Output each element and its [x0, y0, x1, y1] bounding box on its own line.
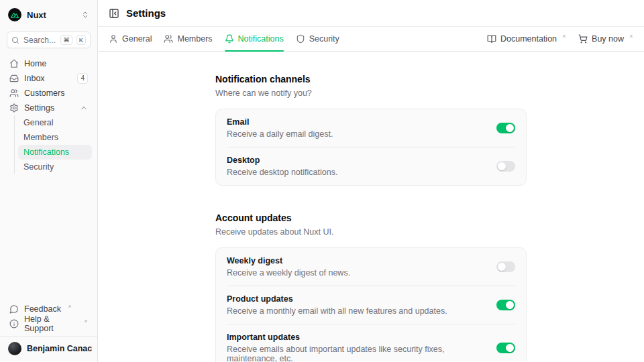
tab-members[interactable]: Members: [164, 27, 212, 51]
section-notification-channels: Notification channels Where can we notif…: [215, 74, 527, 186]
user-name: Benjamin Canac: [27, 344, 92, 353]
setting-row-desktop: Desktop Receive desktop notifications.: [227, 147, 515, 185]
cart-icon: [578, 34, 588, 44]
settings-tabs: General Members Notifications Security: [109, 27, 339, 51]
sidebar-item-label: General: [23, 118, 53, 127]
settings-content: Notification channels Where can we notif…: [98, 52, 644, 362]
setting-label: Weekly digest: [227, 256, 480, 265]
sidebar-spacer: [5, 174, 92, 302]
product-updates-toggle[interactable]: [496, 300, 515, 310]
setting-description: Receive emails about important updates l…: [227, 345, 480, 362]
sidebar-item-settings[interactable]: Settings: [5, 101, 92, 115]
user-menu[interactable]: Benjamin Canac: [5, 337, 92, 357]
sidebar-item-home[interactable]: Home: [5, 56, 92, 71]
settings-card: Weekly digest Receive a weekly digest of…: [215, 247, 527, 362]
tab-label: General: [122, 34, 152, 44]
setting-label: Email: [227, 117, 480, 127]
setting-text: Product updates Receive a monthly email …: [227, 294, 480, 316]
sidebar-item-label: Inbox: [24, 74, 45, 83]
sidebar-item-label: Members: [23, 133, 58, 142]
setting-row-weekly-digest: Weekly digest Receive a weekly digest of…: [227, 248, 515, 286]
sidebar-item-notifications[interactable]: Notifications: [18, 145, 92, 160]
section-subtitle: Receive updates about Nuxt UI.: [215, 227, 527, 237]
documentation-button[interactable]: Documentation: [487, 34, 566, 44]
section-subtitle: Where can we notify you?: [215, 88, 527, 98]
tab-security[interactable]: Security: [296, 27, 339, 51]
setting-description: Receive a daily email digest.: [227, 129, 480, 139]
setting-description: Receive a monthly email with all new fea…: [227, 306, 480, 316]
search-placeholder: Search...: [23, 36, 56, 45]
users-icon: [9, 88, 19, 98]
section-account-updates: Account updates Receive updates about Nu…: [215, 213, 527, 362]
external-link-icon: [629, 34, 633, 39]
settings-card: Email Receive a daily email digest. Desk…: [215, 109, 527, 186]
search-input[interactable]: Search... ⌘ K: [7, 32, 91, 48]
external-link-icon: [83, 319, 88, 324]
tab-notifications[interactable]: Notifications: [225, 27, 284, 51]
avatar: [8, 342, 21, 355]
email-toggle[interactable]: [496, 123, 515, 133]
action-label: Buy now: [592, 34, 624, 44]
chevrons-up-down-icon: [81, 11, 89, 19]
inbox-icon: [9, 74, 19, 83]
sidebar-item-members[interactable]: Members: [18, 130, 92, 145]
book-open-icon: [487, 34, 496, 44]
sidebar-item-label: Customers: [24, 88, 64, 98]
bell-icon: [225, 34, 234, 44]
nuxt-logo-icon: [8, 8, 21, 21]
weekly-digest-toggle[interactable]: [496, 261, 515, 272]
workspace-name: Nuxt: [27, 10, 76, 20]
tab-label: Security: [309, 34, 339, 44]
setting-label: Important updates: [227, 333, 480, 342]
kbd-k: K: [76, 35, 86, 45]
external-link-icon: [561, 34, 566, 39]
important-updates-toggle[interactable]: [496, 343, 515, 353]
sidebar: Nuxt Search... ⌘ K Home Inbox 4 Customer…: [0, 0, 98, 362]
sidebar-item-label: Help & Support: [24, 314, 77, 333]
collapse-sidebar-button[interactable]: [109, 8, 119, 19]
sidebar-nav: Home Inbox 4 Customers Settings General: [5, 56, 92, 174]
search-icon: [11, 36, 19, 44]
users-icon: [164, 34, 173, 44]
sidebar-item-security[interactable]: Security: [18, 160, 92, 174]
gear-icon: [9, 103, 19, 113]
workspace-switcher[interactable]: Nuxt: [5, 7, 92, 23]
main-panel: Settings General Members Notifications: [98, 0, 644, 362]
setting-text: Important updates Receive emails about i…: [227, 333, 480, 362]
external-link-icon: [67, 304, 72, 309]
section-title: Account updates: [215, 213, 527, 223]
setting-text: Email Receive a daily email digest.: [227, 117, 480, 139]
sidebar-item-label: Settings: [24, 103, 54, 113]
sidebar-item-customers[interactable]: Customers: [5, 86, 92, 101]
setting-row-product-updates: Product updates Receive a monthly email …: [227, 286, 515, 324]
buy-now-button[interactable]: Buy now: [578, 34, 633, 44]
sidebar-item-label: Notifications: [23, 147, 69, 157]
sidebar-item-general[interactable]: General: [18, 115, 92, 130]
tab-label: Notifications: [238, 34, 284, 44]
setting-text: Weekly digest Receive a weekly digest of…: [227, 256, 480, 278]
setting-label: Desktop: [227, 156, 480, 165]
chevron-up-icon: [80, 104, 88, 112]
setting-text: Desktop Receive desktop notifications.: [227, 156, 480, 177]
toolbar: General Members Notifications Security: [98, 27, 644, 52]
sidebar-item-label: Feedback: [24, 304, 61, 314]
setting-description: Receive a weekly digest of news.: [227, 268, 480, 278]
kbd-meta: ⌘: [60, 35, 72, 45]
chat-bubble-icon: [9, 304, 19, 314]
page-header: Settings: [98, 0, 644, 27]
sidebar-item-label: Security: [23, 162, 54, 172]
setting-row-email: Email Receive a daily email digest.: [227, 109, 515, 147]
panel-left-close-icon: [109, 8, 119, 19]
home-icon: [9, 59, 19, 68]
sidebar-footer-nav: Feedback Help & Support: [5, 302, 92, 331]
info-circle-icon: [9, 319, 19, 328]
sidebar-item-help-support[interactable]: Help & Support: [5, 316, 92, 331]
settings-subnav: General Members Notifications Security: [14, 115, 92, 174]
tab-label: Members: [177, 34, 212, 44]
sidebar-item-inbox[interactable]: Inbox 4: [5, 71, 92, 86]
desktop-toggle[interactable]: [496, 161, 515, 172]
shield-icon: [296, 34, 305, 44]
setting-label: Product updates: [227, 294, 480, 304]
toolbar-actions: Documentation Buy now: [487, 27, 633, 51]
tab-general[interactable]: General: [109, 27, 152, 51]
